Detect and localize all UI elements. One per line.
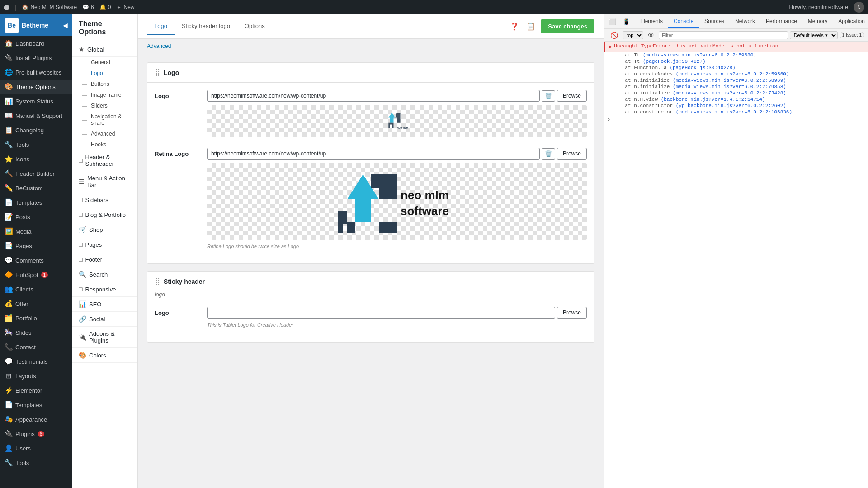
theme-menu-blog[interactable]: □ Blog & Portfolio [72,207,137,222]
devtools-tab-elements[interactable]: Elements [635,15,668,28]
sidebar-item-hubspot[interactable]: 🔶 HubSpot 1 [0,267,72,282]
logo-browse-button[interactable]: Browse [557,90,587,102]
theme-submenu-advanced[interactable]: Advanced [76,128,137,139]
retina-delete-button[interactable]: 🗑️ [542,148,555,160]
logo-delete-button[interactable]: 🗑️ [542,90,555,102]
sidebar-item-clients[interactable]: 👥 Clients [0,282,72,296]
sidebar-item-theme-options[interactable]: 🎨 Theme Options [0,80,72,94]
updates-link[interactable]: 🔔 0 [99,4,111,10]
theme-menu-shop[interactable]: 🛒 Shop [72,222,137,237]
sticky-logo-url-input[interactable] [207,307,555,319]
console-filter-input[interactable] [659,31,788,39]
drag-handle-icon[interactable]: ⣿ [155,68,160,77]
advanced-link[interactable]: Advanced [147,43,171,49]
devtools-device-button[interactable]: 📱 [620,16,633,27]
tab-logo[interactable]: Logo [147,18,175,35]
logo-url-input[interactable] [207,90,540,102]
console-clear-button[interactable]: 🚫 [608,30,621,41]
devtools-tab-network[interactable]: Network [730,15,760,28]
sidebar-item-media[interactable]: 🖼️ Media [0,224,72,239]
sidebar-item-testimonials[interactable]: 💬 Testimonials [0,354,72,369]
sidebar-item-pages[interactable]: 📑 Pages [0,239,72,253]
sidebar-item-plugins[interactable]: 🔌 Plugins 6 [0,427,72,441]
tab-options[interactable]: Options [237,18,272,35]
devtools-tab-performance[interactable]: Performance [760,15,802,28]
devtools-inspect-button[interactable]: ⬜ [606,16,619,27]
theme-menu-header[interactable]: □ Header & Subheader [72,150,137,171]
site-name[interactable]: 🏠 Neo MLM Software [22,4,77,10]
notes-button[interactable]: 📋 [524,20,537,33]
sidebar-item-users[interactable]: 👤 Users [0,441,72,455]
comments-link[interactable]: 💬 6 [82,4,94,10]
sidebar-item-tools-2[interactable]: 🔧 Tools [0,455,72,470]
sidebar-item-comments[interactable]: 💬 Comments [0,253,72,267]
sidebar-item-slides[interactable]: 🎠 Slides [0,325,72,340]
sidebar-item-templates-2[interactable]: 📄 Templates [0,398,72,412]
sidebar-item-prebuilt[interactable]: 🌐 Pre-built websites [0,65,72,80]
user-avatar[interactable]: N [854,2,864,13]
sticky-drag-handle[interactable]: ⣿ [155,277,160,286]
stack-link-5[interactable]: (media-views.min.is?ver=6.0.2:2:58969) [673,78,786,83]
sidebar-collapse-icon[interactable]: ◀ [63,22,68,29]
stack-link-2[interactable]: (pageHook.js:30:4827) [643,59,706,64]
theme-menu-responsive[interactable]: □ Responsive [72,282,137,297]
sidebar-item-elementor[interactable]: ⚡ Elementor [0,383,72,398]
sidebar-item-offer[interactable]: 💰 Offer [0,296,72,311]
theme-submenu-hooks[interactable]: Hooks [76,139,137,150]
theme-menu-search[interactable]: 🔍 Search [72,267,137,282]
sidebar-item-icons[interactable]: ⭐ Icons [0,152,72,166]
sidebar-item-portfolio[interactable]: 🗂️ Portfolio [0,311,72,325]
stack-link-9[interactable]: (yp-backbone.min.js?ver=6.0.2:2:2602) [676,103,786,108]
stack-link-10[interactable]: (media-views.min.is?ver=6.0.2:2:106836) [676,109,792,115]
theme-menu-action-bar[interactable]: ☰ Menu & Action Bar [72,171,137,192]
stack-link-4[interactable]: (media-views.min.is?ver=6.0.2:2:59560) [676,71,789,77]
sidebar-item-changelog[interactable]: 📋 Changelog [0,123,72,137]
stack-link-6[interactable]: (media-views.min.is?ver=6.0.2:2:79858) [673,84,786,89]
theme-menu-sidebars[interactable]: □ Sidebars [72,192,137,207]
devtools-tab-application[interactable]: Application [833,15,868,28]
sidebar-item-appearance[interactable]: 🎭 Appearance [0,412,72,427]
retina-url-input[interactable] [207,148,540,160]
sidebar-item-install-plugins[interactable]: 🔌 Install Plugins [0,51,72,65]
wp-logo[interactable]: ⬤ [4,4,9,10]
retina-browse-button[interactable]: Browse [557,148,587,160]
console-eye-button[interactable]: 👁 [645,30,657,41]
sidebar-item-dashboard[interactable]: 🏠 Dashboard [0,36,72,51]
tab-sticky-header-logo[interactable]: Sticky header logo [175,18,237,35]
theme-menu-social[interactable]: 🔗 Social [72,312,137,327]
stack-link-3[interactable]: (pageHook.js:30:40278) [670,65,735,70]
console-context-select[interactable]: top [623,31,643,39]
sidebar-item-posts[interactable]: 📝 Posts [0,210,72,224]
theme-submenu-buttons[interactable]: Buttons [76,79,137,89]
stack-link-8[interactable]: (backbone.min.js?ver=1.4.1:2:14714) [661,97,765,102]
sidebar-item-layouts[interactable]: ⊞ Layouts [0,369,72,383]
sidebar-item-templates-1[interactable]: 📄 Templates [0,195,72,210]
theme-submenu-image-frame[interactable]: Image frame [76,89,137,100]
theme-menu-seo[interactable]: 📊 SEO [72,297,137,312]
save-changes-button[interactable]: Save changes [541,19,594,33]
devtools-tab-memory[interactable]: Memory [802,15,833,28]
sidebar-item-becustom[interactable]: ✏️ BeCustom [0,181,72,195]
new-content-link[interactable]: ＋ New [116,4,134,11]
theme-submenu-sliders[interactable]: Sliders [76,100,137,111]
devtools-tab-sources[interactable]: Sources [699,15,730,28]
theme-menu-addons[interactable]: 🔌 Addons & Plugins [72,327,137,348]
sidebar-item-system-status[interactable]: 📊 System Status [0,94,72,108]
sidebar-item-header-builder[interactable]: 🔨 Header Builder [0,166,72,181]
console-prompt-arrow[interactable]: > [604,115,868,124]
sidebar-item-contact[interactable]: 📞 Contact [0,340,72,354]
theme-submenu-general[interactable]: General [76,57,137,68]
theme-menu-global[interactable]: ★ Global [72,42,137,57]
sticky-logo-browse-button[interactable]: Browse [557,307,587,319]
stack-link-7[interactable]: (media-views.min.is?ver=6.0.2:2:73428) [673,90,786,96]
devtools-tab-console[interactable]: Console [668,15,699,28]
theme-submenu-logo[interactable]: Logo [76,68,137,79]
help-button[interactable]: ❓ [508,20,521,33]
sidebar-brand[interactable]: Be Betheme ◀ [0,14,72,36]
theme-menu-pages[interactable]: □ Pages [72,237,137,252]
sidebar-item-tools[interactable]: 🔧 Tools [0,137,72,152]
theme-submenu-navigation[interactable]: Navigation & share [76,111,137,128]
theme-menu-colors[interactable]: 🎨 Colors [72,348,137,363]
sidebar-item-manual-support[interactable]: 📖 Manual & Support [0,108,72,123]
stack-link-1[interactable]: (media-views.min.is?ver=6.0.2:2:59680) [643,52,756,58]
